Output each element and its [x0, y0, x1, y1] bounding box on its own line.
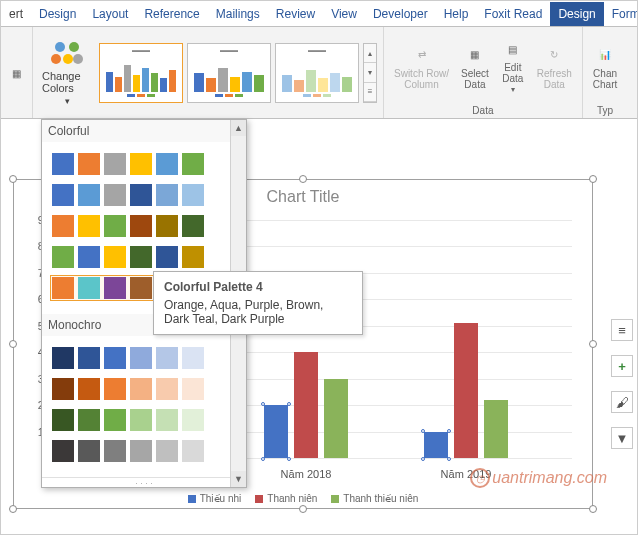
color-swatch [78, 246, 100, 268]
tab-chart-design[interactable]: Design [550, 2, 603, 26]
ribbon-group-label-type: Typ [597, 103, 613, 116]
color-swatch [52, 347, 74, 369]
color-swatch [156, 378, 178, 400]
color-swatch [156, 440, 178, 462]
tab-developer[interactable]: Developer [365, 2, 436, 26]
color-swatch [78, 184, 100, 206]
ribbon-group-addelement: ▦ [1, 27, 33, 118]
tab-format[interactable]: Format [604, 2, 638, 26]
palette-row[interactable] [50, 438, 238, 464]
chart-filters-icon[interactable]: ▼ [611, 427, 633, 449]
color-swatch [156, 184, 178, 206]
chart-bar[interactable] [424, 432, 448, 458]
color-swatch [104, 277, 126, 299]
scroll-down-icon[interactable]: ▼ [231, 471, 246, 487]
chart-style-3[interactable]: ▬▬▬ [275, 43, 359, 103]
color-swatch [182, 215, 204, 237]
color-swatch [104, 246, 126, 268]
color-swatch [156, 153, 178, 175]
change-chart-type-button[interactable]: 📊Chan Chart [589, 42, 621, 92]
palette-row[interactable] [50, 182, 238, 208]
chart-type-icon: 📊 [593, 44, 617, 66]
palette-row[interactable] [50, 244, 238, 270]
color-swatch [156, 246, 178, 268]
xtick-label: Năm 2018 [246, 468, 366, 480]
color-swatch [78, 215, 100, 237]
color-swatch [52, 440, 74, 462]
palette-row[interactable] [50, 376, 238, 402]
color-swatch [130, 347, 152, 369]
legend-item: Thiếu nhi [188, 493, 242, 504]
tab-foxit[interactable]: Foxit Read [476, 2, 550, 26]
tab-help[interactable]: Help [436, 2, 477, 26]
color-swatch [104, 440, 126, 462]
ribbon-group-type: 📊Chan Chart Typ [583, 27, 627, 118]
chart-style-2[interactable]: ▬▬▬ [187, 43, 271, 103]
chart-styles-icon[interactable]: 🖌 [611, 391, 633, 413]
palette-row[interactable] [50, 213, 238, 239]
palette-row[interactable] [50, 345, 238, 371]
chart-layout-options-icon[interactable]: ≡ [611, 319, 633, 341]
watermark: ◷uantrimang.com [470, 468, 607, 488]
chart-bar[interactable] [264, 405, 288, 458]
tab-design[interactable]: Design [31, 2, 84, 26]
legend-item: Thanh niên [255, 493, 317, 504]
chart-legend: Thiếu nhiThanh niênThanh thiếu niên [14, 493, 592, 504]
color-swatch [104, 153, 126, 175]
tab-mailings[interactable]: Mailings [208, 2, 268, 26]
change-colors-icon [51, 40, 83, 68]
color-swatch [78, 440, 100, 462]
add-element-button[interactable]: ▦ [1, 60, 33, 86]
tab-insert-cut[interactable]: ert [1, 2, 31, 26]
color-swatch [130, 246, 152, 268]
ribbon-group-label-data: Data [472, 103, 493, 116]
chart-bar[interactable] [324, 379, 348, 458]
tab-reference[interactable]: Reference [136, 2, 207, 26]
ribbon-group-chartstyles: Change Colors▾ ▬▬▬ ▬▬▬ ▬▬▬ ▴▾≡ [33, 27, 384, 118]
dd-resize-grip: · · · · [42, 477, 246, 487]
color-swatch [52, 409, 74, 431]
color-swatch [104, 184, 126, 206]
color-swatch [130, 378, 152, 400]
change-colors-button[interactable]: Change Colors▾ [39, 35, 95, 111]
color-swatch [156, 347, 178, 369]
palette-row[interactable] [50, 407, 238, 433]
color-swatch [52, 246, 74, 268]
tab-review[interactable]: Review [268, 2, 323, 26]
palette-tooltip: Colorful Palette 4 Orange, Aqua, Purple,… [153, 271, 363, 335]
ribbon-tabs: ert Design Layout Reference Mailings Rev… [1, 1, 637, 27]
chart-elements-icon[interactable]: + [611, 355, 633, 377]
tooltip-title: Colorful Palette 4 [164, 280, 352, 294]
color-swatch [182, 378, 204, 400]
ribbon-group-data: ⇄Switch Row/ Column ▦Select Data ▤Edit D… [384, 27, 583, 118]
tooltip-desc: Orange, Aqua, Purple, Brown, Dark Teal, … [164, 298, 352, 326]
color-swatch [52, 184, 74, 206]
switch-row-column-button: ⇄Switch Row/ Column [390, 42, 453, 92]
chart-style-more[interactable]: ▴▾≡ [363, 43, 377, 103]
palette-row[interactable] [50, 151, 238, 177]
color-swatch [182, 246, 204, 268]
color-swatch [78, 409, 100, 431]
color-swatch [130, 277, 152, 299]
color-swatch [182, 409, 204, 431]
color-swatch [130, 184, 152, 206]
chart-bar[interactable] [454, 323, 478, 458]
color-swatch [104, 347, 126, 369]
scroll-up-icon[interactable]: ▲ [231, 120, 246, 136]
chart-bar[interactable] [484, 400, 508, 458]
tab-view[interactable]: View [323, 2, 365, 26]
edit-data-button[interactable]: ▤Edit Data▾ [497, 36, 529, 97]
select-data-button[interactable]: ▦Select Data [457, 42, 493, 92]
color-swatch [130, 440, 152, 462]
color-swatch [182, 184, 204, 206]
refresh-icon: ↻ [542, 44, 566, 66]
chart-bar[interactable] [294, 352, 318, 458]
refresh-data-button: ↻Refresh Data [533, 42, 576, 92]
color-swatch [78, 277, 100, 299]
chart-style-1[interactable]: ▬▬▬ [99, 43, 183, 103]
color-swatch [52, 277, 74, 299]
tab-layout[interactable]: Layout [84, 2, 136, 26]
color-swatch [130, 409, 152, 431]
color-swatch [182, 347, 204, 369]
color-swatch [52, 378, 74, 400]
